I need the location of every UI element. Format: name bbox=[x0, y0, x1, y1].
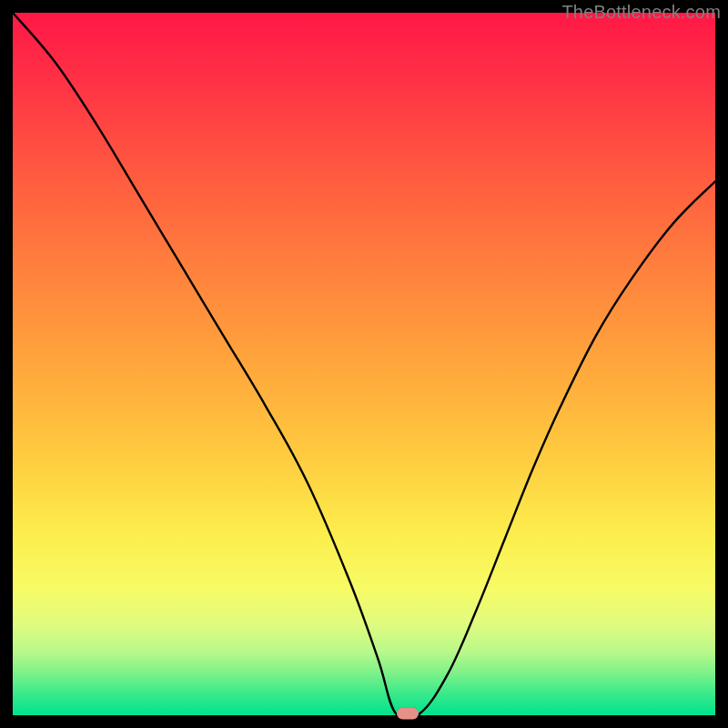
optimal-marker bbox=[397, 707, 419, 719]
watermark: TheBottleneck.com bbox=[561, 2, 721, 23]
plot-area bbox=[13, 13, 715, 715]
bottleneck-curve bbox=[13, 13, 715, 715]
chart-frame: TheBottleneck.com bbox=[0, 0, 728, 728]
